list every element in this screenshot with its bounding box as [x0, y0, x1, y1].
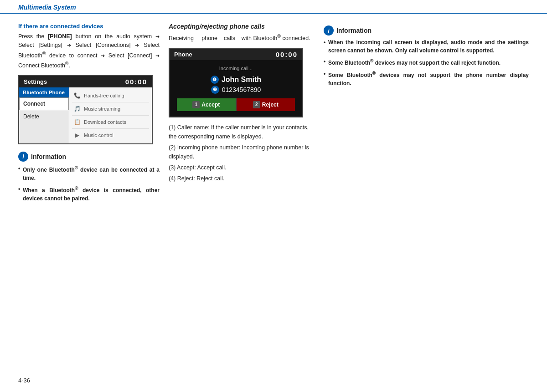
music-icon: 🎵 — [73, 105, 81, 113]
feature-control-label: Music control — [84, 132, 114, 138]
settings-ui-mockup: Settings 00:00 Bluetooth Phone Connect D… — [18, 75, 153, 144]
arrow1: ➜ — [155, 34, 160, 39]
feature-handsfree-label: Hands-free calling — [84, 93, 124, 98]
feature-contacts-label: Download contacts — [84, 119, 126, 125]
feature-handsfree: 📞 Hands-free calling — [72, 89, 149, 102]
accepting-heading: Accepting/rejecting phone calls — [169, 23, 315, 30]
info-item-right-3: Some Bluetooth® devices may not support … — [324, 70, 529, 87]
menu-item-delete[interactable]: Delete — [19, 110, 69, 123]
info-box-right: i Information When the incoming call scr… — [324, 25, 529, 87]
info-item-left-1: Only one Bluetooth® device can be connec… — [18, 164, 160, 182]
badge-one: ❶ — [211, 76, 219, 84]
note-2: (2) Incoming phone number: Incoming phon… — [169, 143, 315, 161]
arrow2: ➜ — [67, 42, 71, 48]
page-number: 4-36 — [18, 377, 30, 384]
accepting-body: Receiving phone calls with Bluetooth® co… — [169, 33, 315, 43]
main-content: If there are connected devices Press the… — [0, 14, 547, 214]
info-list-left: Only one Bluetooth® device can be connec… — [18, 164, 160, 203]
incoming-text: Incoming call... — [177, 66, 295, 71]
phone-titlebar: Phone 00:00 — [170, 49, 302, 60]
settings-panel: Bluetooth Phone Connect Delete 📞 Hands-f… — [19, 87, 152, 143]
arrow5: ➜ — [155, 53, 160, 58]
info-box-right-header: i Information — [324, 25, 529, 36]
reject-num: 2 — [253, 101, 260, 108]
note-3: (3) Accept: Accept call. — [169, 163, 315, 172]
bluetooth-phone-header: Bluetooth Phone — [19, 87, 69, 97]
mid-column: Accepting/rejecting phone calls Receivin… — [169, 23, 315, 205]
phone-bold: [PHONE] — [48, 33, 72, 40]
note-4: (4) Reject: Reject call. — [169, 174, 315, 183]
phone-body: Incoming call... ❶ John Smith ❷ 01234567… — [170, 60, 302, 117]
right-column: i Information When the incoming call scr… — [324, 23, 529, 205]
accepting-heading-strong: Accepting/rejecting phone calls — [169, 23, 265, 30]
info-icon-right: i — [324, 25, 334, 36]
note-1: (1) Caller name: If the caller number is… — [169, 123, 315, 141]
caller-number-row: ❷ 01234567890 — [177, 86, 295, 94]
info-item-left-2: When a Bluetooth® device is connected, o… — [18, 185, 160, 203]
phone-ui-mockup: Phone 00:00 Incoming call... ❶ John Smit… — [169, 48, 303, 117]
phone-label: Phone — [174, 51, 192, 58]
caller-name: John Smith — [222, 76, 261, 84]
accept-num: 1 — [192, 101, 200, 108]
settings-features-panel: 📞 Hands-free calling 🎵 Music streaming 📋… — [69, 87, 152, 143]
settings-menu: Bluetooth Phone Connect Delete — [19, 87, 69, 143]
control-icon: ▶ — [73, 131, 81, 139]
header-bar: Multimedia System — [0, 0, 547, 14]
menu-item-connect[interactable]: Connect — [19, 97, 69, 110]
handsfree-icon: 📞 — [73, 92, 81, 100]
phone-time: 00:00 — [276, 51, 298, 58]
badge-two: ❷ — [211, 86, 219, 94]
info-icon-left: i — [18, 152, 28, 162]
info-item-right-2: Some Bluetooth® devices may not support … — [324, 57, 529, 67]
accept-label: Accept — [201, 102, 220, 108]
left-column: If there are connected devices Press the… — [18, 23, 160, 205]
arrow3: ➜ — [135, 42, 139, 48]
caller-number: 01234567890 — [222, 86, 261, 93]
arrow4: ➜ — [101, 53, 105, 58]
feature-music: 🎵 Music streaming — [72, 102, 149, 116]
accepting-heading-text: Accepting/rejecting phone calls — [169, 23, 265, 30]
info-box-left: i Information Only one Bluetooth® device… — [18, 152, 160, 203]
info-box-left-header: i Information — [18, 152, 160, 162]
info-box-right-title: Information — [336, 27, 372, 34]
feature-contacts: 📋 Download contacts — [72, 116, 149, 129]
connected-devices-body: Press the [PHONE] button on the audio sy… — [18, 32, 160, 71]
accept-button[interactable]: 1 Accept — [177, 98, 236, 111]
reject-label: Reject — [262, 102, 279, 108]
info-item-right-1: When the incoming call screen is display… — [324, 38, 529, 55]
info-list-right: When the incoming call screen is display… — [324, 38, 529, 87]
settings-titlebar: Settings 00:00 — [19, 76, 152, 87]
feature-music-label: Music streaming — [84, 106, 120, 112]
reject-button[interactable]: 2 Reject — [237, 98, 295, 111]
info-box-left-title: Information — [31, 153, 66, 160]
settings-time: 00:00 — [125, 78, 147, 86]
phone-action-buttons: 1 Accept 2 Reject — [177, 98, 295, 111]
contacts-icon: 📋 — [73, 118, 81, 126]
settings-title-label: Settings — [24, 78, 47, 85]
feature-control: ▶ Music control — [72, 129, 149, 142]
phone-call-notes: (1) Caller name: If the caller number is… — [169, 123, 315, 183]
caller-name-row: ❶ John Smith — [177, 76, 295, 84]
connected-devices-heading: If there are connected devices — [18, 23, 160, 30]
page-title: Multimedia System — [18, 4, 76, 11]
